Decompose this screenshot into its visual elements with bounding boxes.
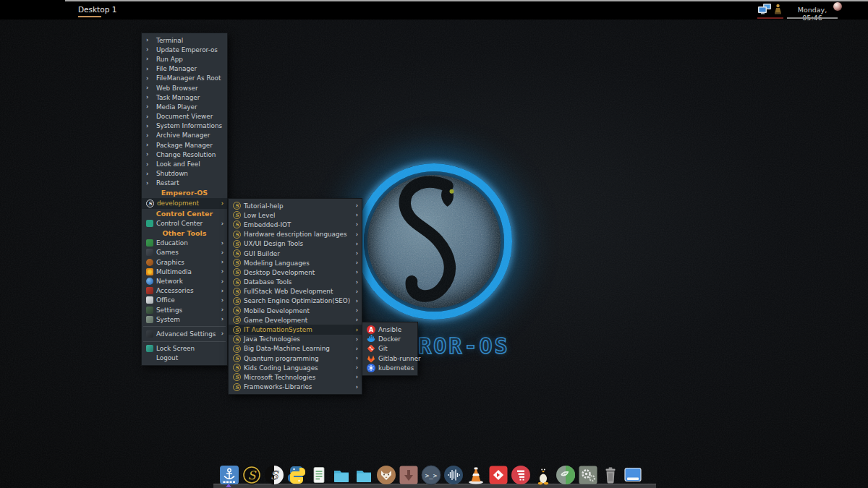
folder-icon[interactable] <box>331 465 352 485</box>
lock-screen-icon <box>146 345 153 352</box>
submenu-item-java-technologies[interactable]: SJava Technologies› <box>229 335 362 344</box>
menu-item-multimedia[interactable]: Multimedia› <box>142 267 227 276</box>
submenu-item-hardware-description-languages[interactable]: SHardware description languages› <box>229 230 362 239</box>
menu-item-games[interactable]: Games› <box>142 248 227 257</box>
submenu-item-frameworks-libraries[interactable]: SFrameworks-Libraries› <box>229 382 362 392</box>
menu-item-package-manager[interactable]: ›Package Manager <box>142 140 227 150</box>
section-header-other-tools: Other Tools <box>142 228 227 239</box>
menu-item-lock-screen[interactable]: Lock Screen <box>142 344 227 354</box>
menu-item-system-informations[interactable]: ›System Informations <box>142 121 227 131</box>
gears-settings-icon[interactable] <box>578 465 598 485</box>
clock[interactable]: Monday, 05:46 <box>788 6 836 22</box>
submenu-arrow-icon: › <box>356 307 358 314</box>
menu-item-network[interactable]: Network› <box>142 276 227 286</box>
vlc-media-player-icon[interactable] <box>466 465 486 485</box>
submenu-item-database-tools[interactable]: SDatabase Tools› <box>229 278 362 287</box>
chevron-right-icon: › <box>146 37 153 43</box>
submenu-item-mobile-development[interactable]: SMobile Development› <box>229 306 362 315</box>
submenu-item-docker[interactable]: Docker <box>362 334 417 343</box>
chevron-right-icon: › <box>146 180 153 187</box>
menu-item-file-manager[interactable]: ›File Manager <box>142 64 227 74</box>
download-manager-icon[interactable] <box>399 465 419 485</box>
submenu-arrow-icon: › <box>356 346 358 352</box>
linux-tux-icon[interactable] <box>533 465 553 485</box>
submenu-item-modeling-languages[interactable]: SModeling Languages› <box>229 258 362 267</box>
submenu-item-kids-coding-languages[interactable]: SKids Coding Languages› <box>229 363 362 372</box>
show-desktop-icon[interactable] <box>623 465 643 485</box>
menu-item-media-player[interactable]: ›Media Player <box>142 102 227 111</box>
menu-item-graphics[interactable]: Graphics› <box>142 257 227 267</box>
menu-item-task-manager[interactable]: ›Task Manager <box>142 93 227 102</box>
red-badge-app-icon[interactable] <box>511 465 531 485</box>
nvidia-settings-icon[interactable] <box>556 465 576 485</box>
submenu-item-embedded-iot[interactable]: SEmbedded-IOT› <box>229 220 362 229</box>
emperor-s-icon: S <box>233 307 241 314</box>
submenu-item-low-level[interactable]: SLow Level› <box>229 210 362 220</box>
submenu-arrow-icon: › <box>356 355 358 361</box>
menu-item-office[interactable]: Office› <box>142 296 227 305</box>
menu-item-restart[interactable]: ›Restart <box>142 179 227 188</box>
submenu-item-fullstack-web-development[interactable]: SFullStack Web Development› <box>229 287 362 296</box>
submenu-item-gui-builder[interactable]: SGUI Builder› <box>229 249 362 258</box>
menu-item-document-viewer[interactable]: ›Document Viewer <box>142 112 227 121</box>
submenu-item-tutorial-help[interactable]: STutorial-help› <box>229 201 362 210</box>
desktop-pager[interactable]: Desktop 1 <box>78 5 116 14</box>
menu-item-change-resolution[interactable]: ›Change Resolution <box>142 150 227 159</box>
statue-icon[interactable] <box>773 3 783 18</box>
menu-item-system[interactable]: System› <box>142 314 227 324</box>
menu-item-archive-manager[interactable]: ›Archive Manager <box>142 131 227 140</box>
menu-item-accessories[interactable]: Accessories› <box>142 286 227 296</box>
chevron-right-icon: › <box>146 56 153 62</box>
menu-item-development[interactable]: S development › <box>142 198 227 209</box>
submenu-arrow-icon: › <box>221 288 224 294</box>
submenu-arrow-icon: › <box>221 249 224 256</box>
menu-item-look-and-feel[interactable]: ›Look and Feel <box>142 159 227 168</box>
emperor-s-icon: S <box>233 354 241 362</box>
emperor-s-icon: S <box>233 211 241 219</box>
submenu-item-big-data-machine-learning[interactable]: SBig Data-Machine Learning› <box>229 344 362 354</box>
submenu-arrow-icon: › <box>356 269 358 275</box>
emperor-os-gold-logo-icon[interactable]: S <box>242 465 262 485</box>
menu-item-terminal[interactable]: ›Terminal <box>142 35 227 45</box>
submenu-item-gitlab-runner[interactable]: Gitlab-runner <box>362 354 417 363</box>
sphere-icon[interactable] <box>833 2 842 11</box>
fox-app-icon[interactable] <box>376 465 396 485</box>
submenu-item-seo[interactable]: SSearch Engine Optimization(SEO)› <box>229 296 362 306</box>
emperor-s-icon: S <box>233 364 241 372</box>
menu-item-web-browser[interactable]: ›Web Browser <box>142 83 227 93</box>
menu-item-education[interactable]: Education› <box>142 239 227 248</box>
emperor-os-white-logo-icon[interactable]: S <box>264 465 284 485</box>
chevron-right-icon: › <box>146 114 153 120</box>
audio-waveform-icon[interactable] <box>443 465 464 485</box>
terminal-icon[interactable]: >_> <box>421 465 441 485</box>
network-monitors-icon[interactable] <box>757 3 772 17</box>
folder-icon[interactable] <box>354 465 374 485</box>
document-editor-icon[interactable] <box>309 465 329 485</box>
submenu-item-quantum-programming[interactable]: SQuantum programming› <box>229 354 362 363</box>
submenu-item-ansible[interactable]: A Ansible <box>362 325 417 334</box>
automation-submenu: A Ansible Docker Git Gitlab-runner kuber… <box>362 322 418 376</box>
submenu-item-desktop-development[interactable]: SDesktop Development› <box>229 267 362 277</box>
top-panel <box>0 0 868 20</box>
menu-item-settings[interactable]: Settings› <box>142 305 227 314</box>
python-icon[interactable] <box>286 465 307 485</box>
submenu-arrow-icon: › <box>221 240 224 247</box>
menu-item-shutdown[interactable]: ›Shutdown <box>142 169 227 179</box>
submenu-item-game-development[interactable]: SGame Development› <box>229 315 362 325</box>
menu-item-advanced-settings[interactable]: Advanced Settings › <box>142 329 227 338</box>
menu-item-filemanager-as-root[interactable]: ›FileManager As Root <box>142 74 227 83</box>
menu-item-update-emperor-os[interactable]: ›Update Emperor-os <box>142 45 227 54</box>
menu-item-run-app[interactable]: ›Run App <box>142 54 227 64</box>
submenu-item-git[interactable]: Git <box>362 344 417 354</box>
trash-icon[interactable] <box>600 465 621 485</box>
chevron-right-icon: › <box>146 142 153 148</box>
submenu-arrow-icon: › <box>356 250 358 257</box>
submenu-item-ux-ui-design-tools[interactable]: SUX/UI Design Tools› <box>229 239 362 249</box>
submenu-item-kubernetes[interactable]: kubernetes <box>362 364 417 373</box>
submenu-item-it-automation-system[interactable]: SIT AutomationSystem› <box>229 325 362 334</box>
anchor-app-icon[interactable] <box>219 465 239 485</box>
red-diamond-app-icon[interactable] <box>488 465 509 485</box>
menu-item-control-center[interactable]: Control Center › <box>142 219 227 228</box>
submenu-item-microsoft-technologies[interactable]: SMicrosoft Technologies› <box>229 372 362 382</box>
menu-item-logout[interactable]: Logout <box>142 354 227 363</box>
